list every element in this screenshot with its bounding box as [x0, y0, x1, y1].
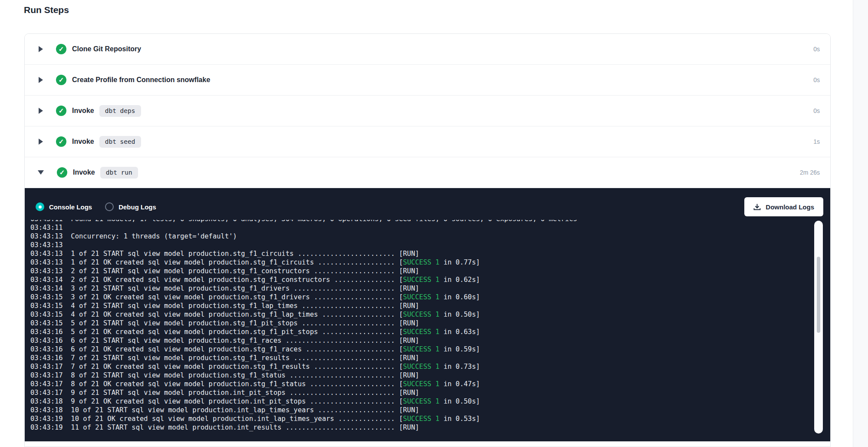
console-logs-radio[interactable]: Console Logs [36, 202, 92, 211]
log-line: 03:43:19 11 of 21 START sql view model p… [30, 423, 811, 432]
page-title: Run Steps [24, 5, 69, 15]
log-line: 03:43:15 4 of 21 START sql view model pr… [30, 301, 811, 310]
success-check-icon: ✓ [56, 106, 66, 116]
step-label: Create Profile from Connection snowflake [72, 76, 210, 84]
log-line: 03:43:15 3 of 21 OK created sql view mod… [30, 293, 811, 301]
step-row-1[interactable]: ✓Clone Git Repository0s [25, 34, 830, 65]
log-line: 03:43:18 10 of 21 START sql view model p… [30, 406, 811, 414]
log-line: 03:43:16 7 of 21 START sql view model pr… [30, 354, 811, 362]
log-line: 03:43:11 Found 21 models, 17 tests, 0 sn… [30, 220, 811, 223]
step-duration: 0s [813, 107, 820, 114]
log-scrollbar-thumb[interactable] [817, 257, 820, 333]
console-logs-label: Console Logs [49, 203, 92, 211]
log-line: 03:43:16 5 of 21 OK created sql view mod… [30, 328, 811, 336]
debug-logs-radio[interactable]: Debug Logs [105, 202, 156, 211]
step-row-5[interactable]: ✓Invokedbt run2m 26s [25, 157, 830, 188]
log-line: 03:43:16 6 of 21 OK created sql view mod… [30, 345, 811, 354]
step-command-badge: dbt seed [99, 136, 141, 148]
log-line: 03:43:13 Concurrency: 1 threads (target=… [30, 232, 811, 241]
log-line: 03:43:17 9 of 21 START sql view model pr… [30, 388, 811, 397]
debug-logs-label: Debug Logs [118, 203, 156, 211]
console-log-output: 03:43:11 Found 21 models, 17 tests, 0 sn… [30, 220, 811, 432]
download-logs-label: Download Logs [766, 203, 814, 211]
chevron-right-icon [39, 77, 43, 83]
success-check-icon: ✓ [56, 75, 66, 85]
download-logs-button[interactable]: Download Logs [744, 197, 823, 216]
run-steps-card: ✓Clone Git Repository0s✓Create Profile f… [24, 33, 831, 447]
log-line: 03:43:11 [30, 223, 811, 232]
chevron-right-icon [39, 139, 43, 145]
log-line: 03:43:17 8 of 21 OK created sql view mod… [30, 380, 811, 388]
step-command-badge: dbt run [100, 167, 138, 179]
log-line: 03:43:17 8 of 21 START sql view model pr… [30, 371, 811, 380]
log-line: 03:43:13 2 of 21 START sql view model pr… [30, 267, 811, 275]
log-line: 03:43:13 1 of 21 START sql view model pr… [30, 249, 811, 258]
chevron-down-icon [38, 170, 44, 175]
console-log-panel: Console Logs Debug Logs Download Logs 03… [25, 188, 830, 441]
success-check-icon: ✓ [56, 136, 66, 147]
log-scrollbar[interactable] [814, 221, 823, 434]
step-label: Invoke [72, 107, 94, 115]
step-label: Invoke [73, 169, 95, 176]
step-duration: 0s [813, 76, 820, 83]
step-row-2[interactable]: ✓Create Profile from Connection snowflak… [25, 65, 830, 96]
page-right-gutter [853, 0, 868, 447]
log-line: 03:43:13 1 of 21 OK created sql view mod… [30, 258, 811, 267]
step-duration: 2m 26s [800, 169, 820, 176]
step-duration: 0s [813, 46, 820, 53]
log-line: 03:43:14 2 of 21 OK created sql view mod… [30, 275, 811, 284]
run-steps-list: ✓Clone Git Repository0s✓Create Profile f… [25, 34, 830, 188]
step-label: Invoke [72, 138, 94, 146]
download-icon [753, 203, 761, 211]
success-check-icon: ✓ [57, 167, 67, 178]
step-command-badge: dbt deps [99, 105, 141, 117]
log-line: 03:43:15 5 of 21 START sql view model pr… [30, 319, 811, 328]
step-row-3[interactable]: ✓Invokedbt deps0s [25, 96, 830, 126]
log-line: 03:43:19 10 of 21 OK created sql view mo… [30, 414, 811, 423]
chevron-right-icon [39, 108, 43, 114]
step-label: Clone Git Repository [72, 45, 141, 53]
step-duration: 1s [813, 138, 820, 145]
success-check-icon: ✓ [56, 44, 66, 54]
radio-selected-icon [36, 202, 44, 211]
step-row-4[interactable]: ✓Invokedbt seed1s [25, 126, 830, 157]
console-log-viewport[interactable]: 03:43:11 Found 21 models, 17 tests, 0 sn… [30, 220, 811, 441]
log-line: 03:43:15 4 of 21 OK created sql view mod… [30, 310, 811, 319]
log-line: 03:43:17 7 of 21 OK created sql view mod… [30, 362, 811, 371]
log-line: 03:43:13 [30, 241, 811, 249]
log-line: 03:43:18 9 of 21 OK created sql view mod… [30, 397, 811, 406]
chevron-right-icon [39, 46, 43, 52]
log-line: 03:43:16 6 of 21 START sql view model pr… [30, 336, 811, 345]
radio-unselected-icon [105, 202, 114, 211]
log-line: 03:43:14 3 of 21 START sql view model pr… [30, 284, 811, 293]
